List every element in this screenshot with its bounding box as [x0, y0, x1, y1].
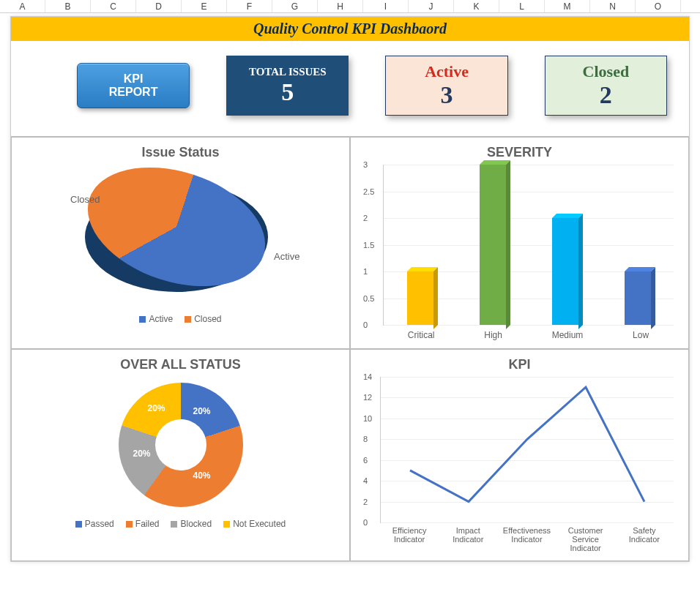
charts-grid: Issue Status Closed Active Active Closed… — [11, 136, 689, 561]
bar-xlabels: Critical High Medium Low — [383, 330, 674, 340]
col-A[interactable]: A — [0, 0, 45, 12]
chart-title: OVER ALL STATUS — [19, 357, 342, 372]
pie-wrap: Closed Active — [19, 165, 342, 311]
chart-severity[interactable]: SEVERITY 00.511.522.53 Critical High Med… — [350, 137, 689, 349]
col-M[interactable]: M — [545, 0, 590, 12]
card-active-label: Active — [425, 62, 469, 81]
metrics-row: KPI REPORT TOTAL ISSUES 5 Active 3 Close… — [11, 41, 689, 136]
column-headers: A B C D E F G H I J K L M N O — [0, 0, 700, 13]
kpi-report-button[interactable]: KPI REPORT — [77, 63, 190, 108]
pie-icon — [72, 146, 280, 307]
col-G[interactable]: G — [272, 0, 318, 12]
col-H[interactable]: H — [318, 0, 363, 12]
chart-title: Issue Status — [19, 145, 342, 160]
col-K[interactable]: K — [454, 0, 499, 12]
dashboard-frame: Quality Control KPI Dashbaord KPI REPORT… — [10, 16, 690, 562]
card-closed: Closed 2 — [545, 56, 667, 116]
chart-title: KPI — [358, 357, 681, 372]
card-closed-label: Closed — [583, 62, 630, 81]
card-active-value: 3 — [441, 81, 453, 109]
line-xlabels: Efficiency Indicator Impact Indicator Ef… — [380, 526, 674, 552]
col-B[interactable]: B — [45, 0, 91, 12]
card-total-label: TOTAL ISSUES — [249, 66, 327, 78]
col-F[interactable]: F — [227, 0, 272, 12]
col-D[interactable]: D — [136, 0, 182, 12]
card-active: Active 3 — [385, 56, 507, 116]
pie-label-active: Active — [274, 251, 299, 262]
col-N[interactable]: N — [590, 0, 636, 12]
line-plot: 02468101214 — [380, 377, 674, 523]
col-L[interactable]: L — [499, 0, 545, 12]
card-total-value: 5 — [281, 78, 294, 106]
chart-overall-status[interactable]: OVER ALL STATUS 20% 40% 20% 20% Passed F… — [11, 349, 350, 561]
donut-icon: 20% 40% 20% 20% — [119, 383, 243, 507]
col-O[interactable]: O — [636, 0, 681, 12]
donut-legend: Passed Failed Blocked Not Executed — [19, 519, 342, 529]
chart-kpi[interactable]: KPI 02468101214 Efficiency Indicator Imp… — [350, 349, 689, 561]
pie-legend: Active Closed — [19, 314, 342, 324]
col-E[interactable]: E — [182, 0, 227, 12]
col-C[interactable]: C — [91, 0, 136, 12]
card-closed-value: 2 — [600, 81, 612, 109]
col-J[interactable]: J — [409, 0, 454, 12]
col-I[interactable]: I — [363, 0, 409, 12]
pie-label-closed: Closed — [70, 194, 100, 205]
chart-issue-status[interactable]: Issue Status Closed Active Active Closed — [11, 137, 350, 349]
dashboard-title: Quality Control KPI Dashbaord — [11, 17, 689, 41]
card-total-issues: TOTAL ISSUES 5 — [226, 56, 349, 116]
chart-title: SEVERITY — [358, 145, 681, 160]
bar-plot: 00.511.522.53 — [383, 165, 674, 326]
